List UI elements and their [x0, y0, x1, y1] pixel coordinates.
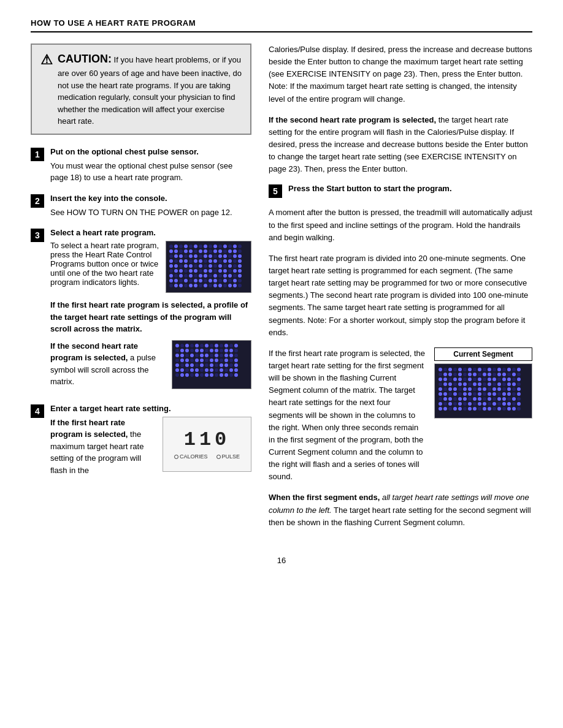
display-labels: CALORIES PULSE [174, 453, 240, 460]
page-number: 16 [31, 556, 532, 565]
step-3-title: Select a heart rate program. [50, 228, 251, 237]
segment-display: Current Segment [434, 347, 532, 483]
step-3-second-section: If the second heart rate program is sele… [50, 340, 251, 389]
segment-section: If the first heart rate program is selec… [269, 347, 532, 483]
caution-box: ⚠ CAUTION: If you have heart problems, o… [31, 44, 251, 135]
right-para-2: If the second heart rate program is sele… [269, 114, 532, 176]
step-2-title: Insert the key into the console. [50, 194, 251, 203]
segment-text: If the first heart rate program is selec… [269, 347, 426, 483]
step-1-number: 1 [31, 148, 44, 161]
matrix-display-1 [166, 241, 251, 293]
step-5-title: Press the Start button to start the prog… [288, 184, 532, 193]
step-2-body: See HOW TO TURN ON THE POWER on page 12. [50, 207, 251, 219]
step-5-body-1: A moment after the button is pressed, th… [269, 207, 532, 243]
step-2: 2 Insert the key into the console. See H… [31, 194, 251, 219]
right-para-1: Calories/Pulse display. If desired, pres… [269, 44, 532, 105]
step-4-number: 4 [31, 404, 44, 418]
step-3-first-section: To select a heart rate program, press th… [50, 241, 251, 293]
matrix-display-2 [172, 340, 251, 389]
caution-text: CAUTION: If you have heart problems, or … [58, 51, 242, 127]
calories-display: 110 CALORIES PULSE [163, 417, 251, 472]
step-4-title: Enter a target heart rate setting. [50, 404, 251, 413]
page-header: HOW TO USE A HEART RATE PROGRAM [31, 18, 532, 32]
pulse-indicator [216, 455, 221, 459]
digit-readout: 110 [184, 428, 231, 451]
step-3-second-note: If the second heart rate program is sele… [50, 340, 166, 388]
step-1: 1 Put on the optional chest pulse sensor… [31, 147, 251, 184]
left-column: ⚠ CAUTION: If you have heart problems, o… [31, 44, 251, 537]
step-1-note: You must wear the optional chest pulse s… [50, 160, 251, 184]
caution-icon: ⚠ [40, 52, 53, 68]
step-4-content: Enter a target heart rate setting. If th… [50, 404, 251, 477]
step-3-content: Select a heart rate program. To select a… [50, 228, 251, 394]
calories-label: CALORIES [174, 453, 208, 460]
step-2-number: 2 [31, 194, 44, 208]
step-3-body: To select a heart rate program, press th… [50, 241, 159, 287]
step-5-body-2: The first heart rate program is divided … [269, 252, 532, 339]
header-title: HOW TO USE A HEART RATE PROGRAM [31, 18, 196, 28]
step-3-first-note: If the first heart rate program is selec… [50, 299, 251, 335]
step-5-number: 5 [269, 184, 282, 198]
right-column: Calories/Pulse display. If desired, pres… [269, 44, 532, 537]
right-para-last: When the first segment ends, all target … [269, 491, 532, 528]
step-5-content: Press the Start button to start the prog… [288, 184, 532, 197]
step-2-content: Insert the key into the console. See HOW… [50, 194, 251, 219]
pulse-label: PULSE [216, 453, 240, 460]
step-5: 5 Press the Start button to start the pr… [269, 184, 532, 198]
step-1-title: Put on the optional chest pulse sensor. [50, 147, 251, 156]
step-4: 4 Enter a target heart rate setting. If … [31, 404, 251, 477]
caution-label: CAUTION: [58, 53, 112, 65]
segment-matrix-display [434, 363, 532, 419]
step-3: 3 Select a heart rate program. To select… [31, 228, 251, 394]
segment-label: Current Segment [434, 347, 532, 361]
step-4-body-section: If the first heart rate program is selec… [50, 417, 251, 477]
step-1-content: Put on the optional chest pulse sensor. … [50, 147, 251, 184]
step-3-number: 3 [31, 229, 44, 242]
step-4-text: If the first heart rate program is selec… [50, 417, 156, 477]
caution-body: If you have heart problems, or if you ar… [58, 55, 242, 126]
calories-indicator [174, 455, 178, 459]
